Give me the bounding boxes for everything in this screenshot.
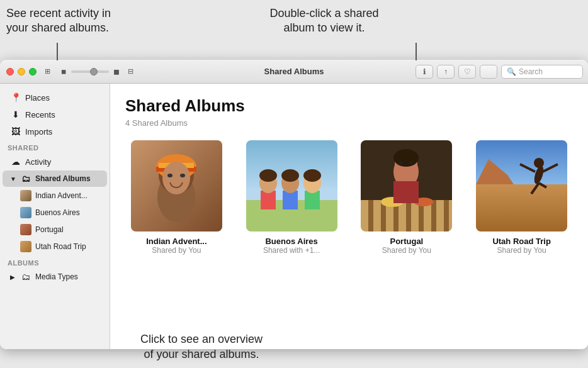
search-box[interactable]: 🔍 Search [501,65,583,79]
album-count: 4 Shared Albums [125,118,573,128]
search-icon: 🔍 [507,67,516,76]
album-name-buenos: Buenos Aires [265,237,317,246]
heart-button[interactable]: ♡ [458,65,476,79]
sidebar-toggle-icon[interactable]: ⊞ [42,66,53,77]
zoom-out-icon: ◼ [58,66,69,77]
recents-icon: ⬇ [10,109,21,120]
callout-line-activity [57,43,58,60]
export-button[interactable] [480,65,497,79]
sidebar-item-buenos-aires[interactable]: Buenos Aires [3,204,107,221]
app-window: ⊞ ◼ ◼ ⊟ Shared Albums ℹ ↑ ♡ 🔍 Search [0,60,588,349]
portugal-thumb [20,224,31,235]
album-thumb-buenos-aires [246,140,337,231]
activity-icon: ☁ [10,156,21,167]
album-name-indian: Indian Advent... [146,237,206,246]
album-thumb-utah [476,140,567,231]
album-item-indian-advent[interactable]: Indian Advent... Shared by You [125,140,228,255]
zoom-in-icon: ◼ [111,66,122,77]
fullscreen-button[interactable] [29,68,37,75]
album-sub-utah: Shared by You [497,246,546,255]
collapse-arrow: ▶ [10,274,16,281]
traffic-lights [0,68,37,75]
search-placeholder: Search [519,67,543,76]
album-thumb-portugal [361,140,452,231]
album-item-buenos-aires[interactable]: Buenos Aires Shared with +1... [240,140,343,255]
album-item-portugal[interactable]: Portugal Shared by You [356,140,458,255]
sidebar-item-media-types[interactable]: ▶ 🗂 Media Types [3,269,107,285]
titlebar-right-controls: ℹ ↑ ♡ 🔍 Search [416,65,588,79]
album-sub-buenos: Shared with +1... [263,246,320,255]
sidebar-item-imports[interactable]: 🖼 Imports [3,123,107,140]
buenos-aires-thumb [20,207,31,218]
main-area: 📍 Places ⬇ Recents 🖼 Imports Shared ☁ Ac… [0,84,588,349]
sidebar: 📍 Places ⬇ Recents 🖼 Imports Shared ☁ Ac… [0,84,110,349]
album-item-utah[interactable]: Utah Road Trip Shared by You [470,140,573,255]
albums-section-label: Albums [0,255,110,268]
album-thumb-indian-advent [131,140,222,231]
callout-line-doubleclick [416,43,417,60]
utah-road-trip-thumb [20,241,31,252]
sidebar-item-portugal[interactable]: Portugal [3,221,107,238]
page-title: Shared Albums [125,96,573,116]
sidebar-item-activity[interactable]: ☁ Activity [3,153,107,170]
sidebar-item-shared-albums[interactable]: ▼ 🗂 Shared Albums [3,170,107,187]
view-controls: ⊞ ◼ ◼ ⊟ [42,66,136,77]
albums-grid: Indian Advent... Shared by You Buenos Ai… [125,140,573,255]
media-types-icon: 🗂 [20,271,31,282]
shared-section-label: Shared [0,140,110,153]
zoom-slider[interactable]: ◼ ◼ [58,66,122,77]
album-sub-indian: Shared by You [152,246,201,255]
view-toggle-icon[interactable]: ⊟ [125,66,136,77]
expand-arrow: ▼ [10,176,16,182]
sidebar-item-places[interactable]: 📍 Places [3,89,107,106]
album-name-portugal: Portugal [390,237,424,246]
minimize-button[interactable] [18,68,25,75]
indian-advent-thumb [20,190,31,201]
tooltip-activity: See recent activity in your shared album… [6,6,195,36]
album-sub-portugal: Shared by You [382,246,431,255]
imports-icon: 🖼 [10,126,21,137]
info-button[interactable]: ℹ [416,65,433,79]
sidebar-item-recents[interactable]: ⬇ Recents [3,106,107,123]
close-button[interactable] [6,68,14,75]
tooltip-doubleclick: Double-click a shared album to view it. [223,6,425,36]
content-area: Shared Albums 4 Shared Albums Indian Adv… [110,84,588,349]
shared-albums-icon: 🗂 [20,173,31,184]
places-icon: 📍 [10,92,21,103]
titlebar: ⊞ ◼ ◼ ⊟ Shared Albums ℹ ↑ ♡ 🔍 Search [0,60,588,84]
window-title: Shared Albums [264,67,324,76]
share-button[interactable]: ↑ [437,65,455,79]
sidebar-item-utah-road-trip[interactable]: Utah Road Trip [3,238,107,255]
sidebar-item-indian-advent[interactable]: Indian Advent... [3,187,107,204]
album-name-utah: Utah Road Trip [492,237,550,246]
